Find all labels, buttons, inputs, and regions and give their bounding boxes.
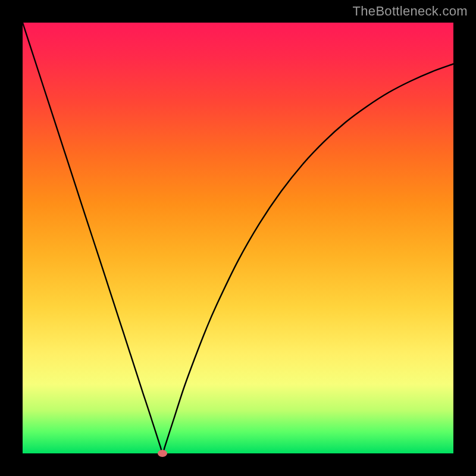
plot-area bbox=[23, 23, 453, 453]
chart-frame: TheBottleneck.com bbox=[0, 0, 476, 476]
bottleneck-curve bbox=[23, 23, 453, 453]
watermark-text: TheBottleneck.com bbox=[353, 4, 468, 19]
minimum-marker bbox=[158, 450, 167, 457]
